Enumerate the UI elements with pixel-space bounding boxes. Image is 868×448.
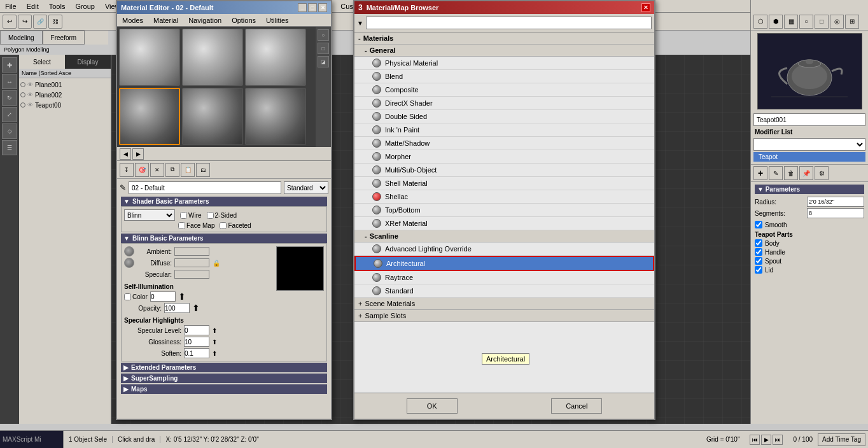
link-button[interactable]: 🔗	[33, 15, 47, 29]
me-tb-browser[interactable]: 🗂	[196, 163, 210, 177]
modifier-teapot[interactable]: Teapot	[753, 152, 865, 162]
rp-btn-pin[interactable]: 📌	[799, 166, 813, 180]
menu-file[interactable]: File	[0, 3, 22, 10]
list-item[interactable]: Morpher	[354, 150, 654, 164]
shader-section-header[interactable]: ▼ Shader Basic Parameters	[121, 197, 327, 206]
tab-select[interactable]: Select	[19, 55, 65, 69]
soften-input[interactable]	[184, 348, 209, 358]
rp-btn-4[interactable]: ○	[799, 15, 813, 29]
menu-edit[interactable]: Edit	[22, 3, 44, 10]
minimize-button[interactable]: _	[298, 3, 307, 12]
rp-btn-6[interactable]: ◎	[830, 15, 844, 29]
materials-header[interactable]: - Materials	[354, 32, 654, 45]
twosided-check[interactable]: 2-Sided	[207, 212, 237, 219]
me-tb-delete[interactable]: ✕	[150, 163, 164, 177]
list-item-raytrace[interactable]: Raytrace	[354, 271, 654, 284]
me-sphere-5[interactable]	[182, 88, 243, 145]
rp-btn-5[interactable]: □	[815, 15, 829, 29]
wire-check[interactable]: Wire	[180, 212, 202, 219]
rp-btn-add[interactable]: +	[753, 166, 767, 180]
me-tb-copy[interactable]: ⧉	[165, 163, 179, 177]
rp-btn-delete[interactable]: 🗑	[784, 166, 798, 180]
browser-search-input[interactable]	[366, 17, 652, 29]
list-item-adv-lighting[interactable]: Advanced Lighting Override	[354, 242, 654, 256]
maps-header[interactable]: ▶ Maps	[121, 384, 327, 394]
lid-check[interactable]: Lid	[755, 266, 864, 274]
me-sphere-2[interactable]	[182, 29, 243, 86]
left-tool-scale[interactable]: ⤢	[2, 107, 17, 122]
me-title-bar[interactable]: Material Editor - 02 - Default _ □ ✕	[117, 1, 331, 14]
left-tool-select[interactable]: ✚	[2, 57, 17, 73]
opacity-value[interactable]	[164, 303, 190, 313]
list-item[interactable]: XRef Material	[354, 217, 654, 230]
me-side-btn-1[interactable]: ○	[318, 29, 329, 41]
tab-freeform[interactable]: Freeform	[43, 31, 85, 45]
rp-btn-settings[interactable]: ⚙	[815, 166, 829, 180]
left-tool-move[interactable]: ↔	[2, 74, 17, 89]
me-material-type-select[interactable]: Standard	[284, 181, 328, 194]
scanline-header[interactable]: - Scanline	[354, 230, 654, 242]
list-item[interactable]: Top/Bottom	[354, 204, 654, 217]
tab-modeling[interactable]: Modeling	[0, 31, 43, 45]
soften-spinner[interactable]: ⬆	[212, 350, 217, 357]
me-sphere-3[interactable]	[245, 29, 306, 86]
play-next-button[interactable]: ⏭	[773, 435, 783, 445]
scene-materials-header[interactable]: + Scene Materials	[354, 298, 654, 310]
play-button[interactable]: ▶	[761, 435, 771, 445]
list-item[interactable]: Physical Material	[354, 57, 654, 70]
me-tb-assign[interactable]: ↧	[120, 163, 134, 177]
close-button[interactable]: ✕	[318, 3, 327, 12]
ok-button[interactable]: OK	[407, 398, 458, 414]
spout-check[interactable]: Spout	[755, 257, 864, 265]
list-item[interactable]: Composite	[354, 83, 654, 97]
list-item[interactable]: Ink 'n Paint	[354, 123, 654, 137]
object-name-input[interactable]: Teapot001	[753, 113, 865, 126]
undo-button[interactable]: ↩	[3, 15, 17, 29]
radius-input[interactable]: 2'0 16/32"	[807, 197, 864, 207]
browser-close-btn[interactable]: ✕	[641, 3, 650, 12]
me-side-btn-3[interactable]: ◪	[318, 56, 329, 67]
menu-tools[interactable]: Tools	[44, 3, 71, 10]
list-item[interactable]: 👁 Plane001	[20, 80, 109, 90]
me-tb-paste[interactable]: 📋	[181, 163, 195, 177]
me-side-btn-2[interactable]: □	[318, 43, 329, 54]
list-item[interactable]: DirectX Shader	[354, 97, 654, 110]
blinn-section-header[interactable]: ▼ Blinn Basic Parameters	[121, 234, 327, 243]
list-item-architectural[interactable]: Architectural	[354, 256, 654, 271]
spec-level-input[interactable]	[184, 325, 209, 335]
maxscript-mini[interactable]: MAXScript Mi	[0, 431, 64, 448]
rp-btn-2[interactable]: ⬢	[769, 15, 783, 29]
facemap-check[interactable]: Face Map	[178, 222, 214, 229]
rp-btn-7[interactable]: ⊞	[845, 15, 859, 29]
me-sphere-6[interactable]	[245, 88, 306, 145]
cancel-button[interactable]: Cancel	[551, 398, 602, 414]
list-item[interactable]: Double Sided	[354, 110, 654, 123]
restore-button[interactable]: □	[308, 3, 317, 12]
rp-btn-edit[interactable]: ✎	[769, 166, 783, 180]
general-header[interactable]: - General	[354, 45, 654, 57]
me-sphere-1[interactable]	[119, 29, 180, 86]
glossiness-spinner[interactable]: ⬆	[212, 339, 217, 346]
spec-level-spinner[interactable]: ⬆	[212, 327, 217, 334]
me-tb-pick[interactable]: 🎯	[135, 163, 149, 177]
menu-group[interactable]: Group	[70, 3, 100, 10]
me-nav-prev[interactable]: ◀	[120, 148, 131, 160]
list-item-shellac[interactable]: Shellac	[354, 190, 654, 204]
faceted-check[interactable]: Faceted	[220, 222, 251, 229]
left-tool-rotate[interactable]: ↻	[2, 90, 17, 106]
me-nav-next[interactable]: ▶	[132, 148, 144, 160]
self-illum-color-check[interactable]: Color	[124, 293, 148, 300]
sample-slots-header[interactable]: + Sample Slots	[354, 310, 654, 322]
opacity-spinner[interactable]: ⬆	[192, 303, 200, 313]
play-prev-button[interactable]: ⏮	[750, 435, 760, 445]
self-illum-value[interactable]	[150, 291, 176, 302]
list-item-shell[interactable]: Shell Material	[354, 177, 654, 190]
list-item[interactable]: 👁 Plane002	[20, 90, 109, 100]
self-illum-spinner[interactable]: ⬆	[178, 291, 186, 302]
me-sphere-4[interactable]	[119, 88, 180, 145]
extended-section-header[interactable]: ▶ Extended Parameters	[121, 363, 327, 372]
list-item-standard[interactable]: Standard	[354, 284, 654, 298]
map-browser-title-bar[interactable]: 3 Material/Map Browser ✕	[354, 1, 654, 14]
list-item[interactable]: Multi/Sub-Object	[354, 164, 654, 177]
glossiness-input[interactable]	[184, 337, 209, 347]
